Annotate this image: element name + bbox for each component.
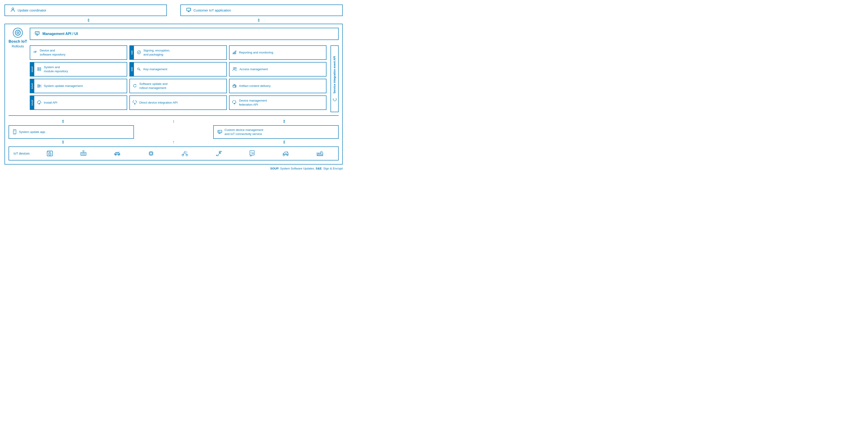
software-update-label: Software update androllout management [139, 82, 167, 90]
brand-subtitle: Rollouts [8, 44, 27, 49]
soup-tag-1: SOUP [30, 62, 34, 76]
management-api-label: Management API / UI [42, 32, 78, 36]
person-icon [10, 7, 15, 13]
custom-device-icon [217, 129, 222, 135]
svg-rect-4 [35, 32, 39, 34]
software-update-rollout-cell: Software update androllout management [129, 79, 227, 93]
grid-row-3: SOUP System update managemen [30, 79, 327, 93]
brand-name: Bosch IoT [8, 39, 27, 44]
service-integration-sidebar: Service integration event API [331, 45, 339, 112]
iot-device-car [114, 150, 121, 157]
left-top-arrow: ⇕ [7, 18, 170, 23]
cloud-install-icon [37, 100, 41, 105]
bottom-section: ⇕ ↕ ⇕ [8, 115, 339, 161]
svg-rect-17 [38, 85, 39, 86]
top-row: Update coordinator Customer IoT applicat… [4, 4, 343, 16]
artifact-delivery-cell: Artifact content delivery [229, 79, 327, 93]
svg-point-31 [118, 154, 119, 155]
management-api-bar: Management API / UI [30, 28, 339, 40]
device-software-repo-label: Device andsoftware repository [40, 49, 65, 57]
top-arrows: ⇕ ⇕ [4, 18, 343, 23]
right-top-arrow: ⇕ [177, 18, 340, 23]
artifact-delivery-label: Artifact content delivery [239, 84, 271, 88]
svg-rect-37 [250, 150, 254, 155]
iot-devices-row: IoT devices [8, 146, 339, 161]
system-update-app-box: System update app [8, 125, 134, 139]
system-update-mgmt-cell: SOUP System update managemen [30, 79, 127, 93]
bottom-spacer [136, 125, 211, 139]
service-sidebar-label: Service integration event API [333, 56, 336, 94]
svg-point-27 [50, 153, 50, 154]
iot-arrow-center: ↑ [119, 140, 228, 145]
svg-point-14 [137, 68, 139, 70]
bosch-logo-icon [13, 28, 23, 38]
device-mgmt-federation-cell: Device managementfederation API [229, 95, 327, 110]
svg-rect-32 [150, 152, 153, 155]
access-management-cell: Access management [229, 62, 327, 77]
iot-device-factory [316, 150, 323, 157]
se-tag-1: S&E [130, 46, 134, 59]
direct-device-label: Direct device integration API [139, 101, 178, 105]
reporting-monitoring-cell: Reporting and monitoring [229, 45, 327, 60]
svg-point-12 [38, 68, 38, 68]
custom-device-mgmt-label: Custom device managementand IoT connecti… [224, 128, 263, 136]
svg-rect-41 [318, 154, 318, 156]
reporting-label: Reporting and monitoring [239, 51, 273, 55]
monitor-icon [186, 7, 191, 13]
top-inner: Bosch IoT Rollouts Management API / UI [8, 28, 339, 112]
services-grid: Device andsoftware repository S&E [30, 45, 327, 112]
se-acronym: S&E [316, 167, 322, 170]
svg-point-13 [38, 70, 38, 70]
bottom-arrows: ⇕ ↑ ⇕ [8, 140, 339, 145]
grid-row-2: SOUP System andmodule reposi [30, 62, 327, 77]
cloud-device-icon [132, 100, 137, 105]
list-icon [33, 50, 37, 55]
grid-with-sidebar: Device andsoftware repository S&E [30, 45, 339, 112]
customer-iot-label: Customer IoT application [193, 8, 231, 12]
iot-devices-list: 21° [36, 150, 334, 157]
system-module-repo-cell: SOUP System andmodule reposi [30, 62, 127, 77]
soup-acronym: SOUP [270, 167, 278, 170]
svg-rect-8 [235, 51, 236, 54]
soup-tag-3: SOUP [30, 96, 34, 110]
update-coordinator-label: Update coordinator [18, 8, 46, 12]
cloud-federation-icon [232, 100, 237, 105]
direct-device-api-cell: Direct device integration API [129, 95, 227, 110]
grid-row-1: Device andsoftware repository S&E [30, 45, 327, 60]
iot-device-washing [46, 150, 53, 157]
gear-update-icon [37, 84, 41, 89]
svg-point-3 [17, 32, 19, 34]
se-tag-2: S&E [130, 62, 134, 76]
iot-device-tractor [282, 150, 289, 157]
iot-arrow-left: ⇕ [8, 140, 118, 145]
iot-device-ebike [181, 150, 188, 157]
management-api-icon [35, 31, 40, 37]
signing-encryption-cell: S&E Signing, encryption,and packaging [129, 45, 227, 60]
signing-label: Signing, encryption,and packaging [144, 49, 170, 57]
iot-arrow-right: ⇕ [230, 140, 339, 145]
svg-rect-6 [233, 53, 234, 54]
iot-device-solar [80, 150, 87, 157]
device-software-repository-cell: Device andsoftware repository [30, 45, 127, 60]
signing-icon [136, 50, 141, 55]
users-icon [232, 67, 237, 72]
architecture-diagram: Update coordinator Customer IoT applicat… [4, 4, 343, 170]
svg-rect-42 [319, 154, 320, 156]
iot-device-chip [148, 150, 154, 157]
key-management-label: Key management [144, 67, 167, 71]
server-icon [37, 67, 41, 72]
svg-point-39 [283, 154, 285, 156]
footer-note: SOUP: System Software Updates, S&E: Sign… [4, 167, 343, 170]
svg-point-0 [12, 8, 14, 10]
svg-point-15 [234, 67, 235, 69]
brand-column: Bosch IoT Rollouts [8, 28, 27, 112]
system-update-mgmt-label: System update management [44, 84, 83, 88]
package-icon [232, 84, 237, 89]
chart-icon [232, 50, 237, 55]
iot-device-robot-arm [215, 150, 222, 157]
svg-point-21 [134, 104, 135, 105]
custom-device-mgmt-box: Custom device managementand IoT connecti… [213, 125, 339, 139]
key-management-cell: S&E Key management [129, 62, 227, 77]
mid-arrows: ⇕ ↕ ⇕ [8, 119, 339, 124]
install-api-cell: SOUP Install API [30, 95, 127, 110]
